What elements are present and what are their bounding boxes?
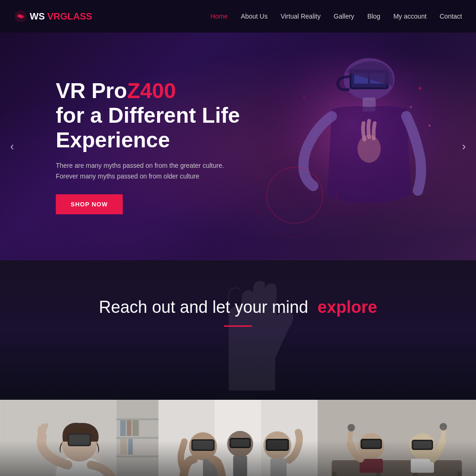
card-overlay-computers (0, 400, 159, 476)
logo-name: VRGLASS (47, 11, 93, 21)
explore-divider (224, 325, 252, 327)
nav-account[interactable]: My account (393, 13, 427, 20)
carousel-next-button[interactable]: › (456, 138, 472, 155)
svg-point-1 (19, 15, 22, 18)
hero-svg-person (211, 33, 476, 260)
nav-blog[interactable]: Blog (367, 13, 380, 20)
hero-title-part1: VR Pro (56, 79, 127, 103)
hero-section: ‹ VR ProZ400 for a Different Life Experi… (0, 33, 476, 260)
nav-gallery[interactable]: Gallery (334, 13, 354, 20)
svg-point-14 (410, 106, 412, 108)
hero-title-highlight: Z400 (127, 79, 176, 103)
svg-point-15 (303, 97, 305, 99)
shop-now-button[interactable]: SHOP NOW (56, 194, 123, 214)
card-overlay-controllers (317, 400, 476, 476)
hero-subtitle: There are many myths passed on from the … (56, 160, 232, 181)
nav-contact[interactable]: Contact (440, 13, 462, 20)
hero-title: VR ProZ400 for a Different Life Experien… (56, 79, 242, 152)
explore-heading-part1: Reach out and let your mind (99, 298, 308, 317)
card-overlay-headsets (159, 400, 317, 476)
card-vr-headsets[interactable]: VR HEADSETS FOR PC (159, 400, 317, 476)
svg-point-13 (419, 87, 422, 90)
site-header: WS VRGLASS Home About Us Virtual Reality… (0, 0, 476, 33)
product-cards-row: VR-READY COMPUTERS (0, 400, 476, 476)
nav-about[interactable]: About Us (241, 13, 268, 20)
hero-image (211, 33, 476, 260)
carousel-prev-button[interactable]: ‹ (4, 138, 20, 155)
card-vr-computers[interactable]: VR-READY COMPUTERS (0, 400, 159, 476)
logo-icon (14, 10, 27, 23)
logo[interactable]: WS VRGLASS (14, 10, 92, 23)
logo-prefix: WS (30, 11, 45, 21)
explore-section: Reach out and let your mind explore (0, 260, 476, 400)
explore-heading: Reach out and let your mind explore (14, 298, 462, 317)
hero-content: VR ProZ400 for a Different Life Experien… (0, 79, 242, 214)
svg-point-16 (429, 125, 431, 127)
nav-home[interactable]: Home (211, 13, 228, 20)
card-vr-controllers[interactable]: VR CONTROLLERS (317, 400, 476, 476)
main-nav: Home About Us Virtual Reality Gallery Bl… (211, 13, 462, 20)
nav-vr[interactable]: Virtual Reality (281, 13, 321, 20)
hero-title-part2: for a Different Life Experience (56, 103, 240, 152)
explore-heading-highlight: explore (317, 298, 377, 317)
